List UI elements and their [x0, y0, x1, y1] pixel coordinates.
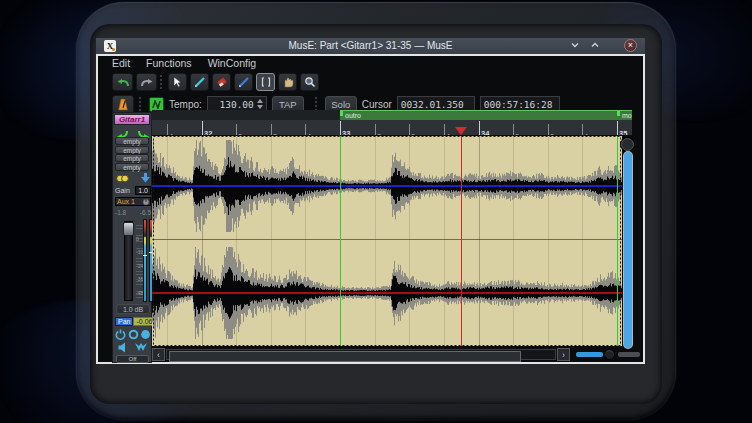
gain-label: Gain [115, 187, 130, 194]
pencil-tool-button[interactable] [190, 73, 209, 91]
zoom-tool-button[interactable] [300, 73, 319, 91]
aux-label: Aux 1 [116, 198, 135, 205]
ruler-bar-tick: 33 [340, 121, 350, 135]
part-item[interactable]: empty [115, 154, 149, 162]
gain-row[interactable]: Gain 1.0 [115, 186, 151, 195]
part-item[interactable]: empty [115, 146, 149, 154]
meter-db-row: -1.8 -6.5 [115, 208, 151, 217]
track-strip: Gitarr1 emptyemptyemptyempty Gain 1.0 Au… [112, 112, 152, 363]
gain-value[interactable]: 1.0 [135, 186, 151, 195]
meter-db-right: -6.5 [140, 209, 151, 216]
toolbar-separator [160, 75, 165, 89]
draw-tool-button[interactable] [234, 73, 253, 91]
down-arrow-icon [140, 172, 151, 183]
scroll-left-icon: ‹ [157, 350, 160, 360]
marker-item[interactable]: outro [340, 110, 622, 120]
toolbar-separator [139, 97, 144, 111]
cursor-label: Cursor [362, 99, 392, 110]
meter-db-left: -1.8 [115, 209, 126, 216]
pan-label: Pan [115, 317, 133, 326]
pan-row[interactable]: Pan -0.06 [115, 316, 151, 326]
h-zoom-slider-track[interactable] [618, 352, 640, 357]
h-zoom-knob[interactable] [604, 349, 615, 360]
marker-flag-icon [617, 111, 620, 116]
menu-bar: EditFunctionsWinConfig [112, 57, 256, 70]
scroll-row: ‹ › [152, 348, 641, 362]
speaker-icon [118, 342, 129, 353]
ruler-beat-tick: 4 [305, 124, 311, 135]
stereo-toggle-button[interactable] [115, 169, 130, 187]
marker-strip[interactable]: outromo [152, 110, 632, 120]
ruler-beat-tick: 4 [582, 124, 588, 135]
undo-button[interactable] [112, 73, 133, 91]
routing-button[interactable] [134, 339, 148, 357]
draw-pencil-icon [238, 76, 250, 88]
muse-window: X MusE: Part <Gitarr1> 31-35 — MusE × Ed… [96, 38, 645, 364]
pencil-icon [194, 76, 206, 88]
fader-scale-label: 0 [136, 237, 139, 242]
ruler-beat-tick: 4 [444, 124, 450, 135]
ruler-bar-tick: 35 [617, 121, 627, 135]
hand-icon [282, 76, 294, 88]
undo-icon [116, 77, 130, 88]
edit-toolbar [112, 72, 319, 92]
automation-mode-button[interactable]: Off [116, 355, 149, 363]
metronome-button[interactable] [112, 95, 134, 114]
tempo-label: Tempo: [169, 99, 202, 110]
window-title: MusE: Part <Gitarr1> 31-35 — MusE [96, 40, 645, 51]
pointer-tool-button[interactable] [168, 73, 187, 91]
tempo-master-icon [152, 100, 161, 109]
aux-knob-icon[interactable] [142, 198, 150, 206]
ruler-beat-tick: 3 [271, 124, 277, 135]
tempo-value: 130.00 [219, 99, 253, 110]
menu-item-winconfig[interactable]: WinConfig [208, 57, 256, 70]
title-bar[interactable]: X MusE: Part <Gitarr1> 31-35 — MusE × [96, 38, 645, 54]
metronome-icon [117, 98, 129, 111]
ruler-beat-tick: 2 [375, 124, 381, 135]
next-part-button[interactable] [136, 126, 151, 136]
marker-item[interactable]: mo [617, 110, 632, 120]
input-route-button[interactable] [140, 169, 151, 187]
menu-item-functions[interactable]: Functions [146, 57, 192, 70]
h-scrollbar[interactable] [166, 349, 556, 360]
close-icon: × [628, 40, 633, 50]
marker-flag-icon [340, 111, 343, 116]
close-button[interactable]: × [624, 39, 637, 52]
scroll-right-button[interactable]: › [557, 348, 570, 361]
spinner-arrows[interactable] [257, 99, 263, 109]
h-zoom-slider-filled[interactable] [576, 352, 603, 357]
spin-down-icon [257, 105, 263, 109]
maximize-button[interactable] [588, 40, 602, 52]
wings-icon [134, 342, 148, 353]
stereo-icon [115, 174, 130, 183]
scroll-left-button[interactable]: ‹ [152, 348, 165, 361]
ruler-beat-tick: 4 [167, 124, 173, 135]
scroll-thumb[interactable] [169, 351, 521, 362]
audition-button[interactable] [118, 339, 129, 357]
minimize-button[interactable] [568, 40, 582, 52]
fader-knob[interactable] [123, 222, 134, 236]
v-zoom-slider[interactable] [624, 152, 632, 348]
scroll-right-icon: › [562, 350, 565, 360]
ruler-bar-tick: 32 [202, 121, 212, 135]
v-zoom-knob[interactable] [621, 138, 634, 151]
chevron-up-icon [590, 40, 600, 50]
range-icon [260, 76, 272, 88]
track-name-button[interactable]: Gitarr1 [114, 114, 150, 125]
eraser-tool-button[interactable] [212, 73, 231, 91]
chevron-down-icon [570, 40, 580, 50]
wave-canvas[interactable] [152, 136, 622, 346]
playhead-marker-icon[interactable] [455, 127, 467, 135]
prev-part-button[interactable] [115, 126, 130, 136]
pointer-icon [172, 76, 183, 88]
part-item[interactable]: empty [115, 137, 149, 145]
aux-send-row[interactable]: Aux 1 [115, 197, 151, 206]
timeline-ruler[interactable]: 432234332343423435 [152, 120, 632, 136]
pan-tool-button[interactable] [278, 73, 297, 91]
menu-item-edit[interactable]: Edit [112, 57, 130, 70]
track-buttons-2 [115, 341, 151, 354]
volume-db-display[interactable]: 1.0 dB [116, 304, 150, 314]
range-tool-button[interactable] [256, 73, 275, 91]
magnifier-icon [304, 76, 316, 88]
redo-button[interactable] [136, 73, 157, 91]
